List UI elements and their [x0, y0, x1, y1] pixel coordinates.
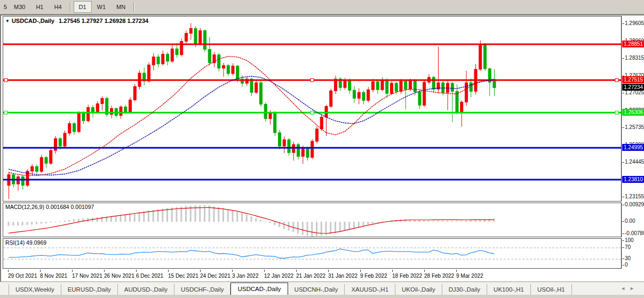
macd-label: MACD(12,26,9) [5, 204, 44, 210]
rsi-pane[interactable]: RSI(14) 49.0969 10070300 [3, 238, 644, 269]
macd-values: 0.001684 0.001097 [46, 204, 94, 210]
rsi-tick-label: 70 [625, 244, 631, 250]
line-handle-icon[interactable] [615, 111, 618, 114]
rsi-axis: 10070300 [621, 238, 644, 269]
chart-tab-usdcnh-daily[interactable]: USDCNH-,Daily [288, 284, 345, 295]
date-tick-mark [264, 270, 265, 272]
macd-tick-label: 0.00 [625, 218, 635, 224]
line-price-label: 1.23810 [622, 176, 644, 183]
date-tick-mark [136, 270, 137, 272]
date-label: 18 Feb 2022 [392, 273, 422, 279]
date-tick-mark [104, 270, 105, 272]
price-axis[interactable]: 1.296051.289601.283151.276701.270251.263… [621, 16, 644, 202]
horizontal-lines-layer [3, 44, 621, 180]
window-bottom-strip [0, 295, 644, 298]
date-label: 21 Jan 2022 [296, 273, 325, 279]
date-tick-mark [40, 270, 41, 272]
date-tick-mark [328, 270, 329, 272]
rsi-line [9, 249, 494, 259]
price-chart-canvas[interactable] [3, 17, 621, 201]
line-handle-icon[interactable] [4, 78, 7, 82]
rsi-label: RSI(14) [5, 239, 25, 246]
chart-window: ▼USDCAD-,Daily1.27545 1.27927 1.26928 1.… [0, 14, 644, 281]
price-tick-label: 1.25735 [625, 124, 644, 130]
macd-pane[interactable]: MACD(12,26,9) 0.001684 0.001097 0.009293… [3, 203, 644, 237]
line-handle-icon[interactable] [311, 111, 314, 114]
date-tick-mark [360, 270, 361, 272]
line-handle-icon[interactable] [615, 78, 618, 82]
chart-tab-audusd-daily[interactable]: AUDUSD-,Daily [118, 284, 174, 295]
line-handle-icon[interactable] [4, 111, 7, 114]
macd-axis: 0.0092930.00-0.00780 [621, 203, 644, 237]
line-price-label: 1.24995 [622, 144, 644, 151]
date-label: 9 Feb 2022 [360, 273, 387, 279]
date-tick-mark [168, 270, 169, 272]
date-label: 12 Jan 2022 [264, 273, 293, 279]
price-tick-label: 1.24445 [625, 159, 644, 165]
chart-header: ▼USDCAD-,Daily1.27545 1.27927 1.26928 1.… [5, 18, 148, 24]
timeframe-button-5[interactable]: 5 [0, 1, 9, 13]
price-tick-label: 1.28315 [625, 55, 644, 61]
timeframe-button-m30[interactable]: M30 [9, 1, 30, 13]
scroll-right-icon[interactable]: ► [630, 286, 639, 291]
date-label: 15 Dec 2021 [168, 273, 198, 279]
scroll-left-icon[interactable]: ◄ [621, 286, 630, 291]
macd-tick-label: 0.009293 [625, 202, 644, 207]
date-label: 24 Dec 2021 [200, 273, 230, 279]
date-label: 17 Nov 2021 [72, 273, 102, 279]
line-handle-icon[interactable] [311, 78, 314, 82]
toolbar-separator [70, 2, 71, 12]
timeframe-button-h4[interactable]: H4 [49, 1, 67, 13]
macd-canvas[interactable] [3, 203, 621, 237]
date-tick-mark [424, 270, 425, 272]
timeframe-button-d1[interactable]: D1 [74, 1, 92, 13]
timeframe-button-mn[interactable]: MN [111, 1, 131, 13]
rsi-tick-label: 0 [625, 262, 628, 268]
tab-scroll-arrows: ◄► [621, 286, 639, 291]
current-price-label: 1.27234 [622, 84, 644, 91]
date-tick-mark [232, 270, 233, 272]
date-label: 8 Nov 2021 [40, 273, 67, 279]
date-label: 31 Jan 2022 [328, 273, 357, 279]
date-label: 6 Dec 2021 [136, 273, 163, 279]
chart-tab-usdx-weekly[interactable]: USDX,Weekly [9, 284, 61, 295]
chart-tab-xauusd-h1[interactable]: XAUUSD-,H1 [345, 284, 395, 295]
date-tick-mark [456, 270, 457, 272]
toolbar-separator [133, 2, 134, 12]
chart-tab-ukoil-daily[interactable]: UKOil-,Daily [395, 284, 442, 295]
line-price-label: 1.27515 [622, 76, 644, 83]
chart-tab-usdchf-daily[interactable]: USDCHF-,Daily [174, 284, 231, 295]
timeframe-button-w1[interactable]: W1 [92, 1, 112, 13]
chart-ohlc-values: 1.27545 1.27927 1.26928 1.27234 [59, 18, 148, 24]
date-tick-mark [296, 270, 297, 272]
macd-tick-label: -0.00780 [625, 230, 644, 236]
ma-fast-line [9, 57, 494, 176]
chart-tab-usdcad-daily[interactable]: USDCAD-,Daily [230, 283, 288, 295]
price-tick-label: 1.29605 [625, 20, 644, 26]
date-label: 9 Mar 2022 [456, 273, 483, 279]
price-pane[interactable]: ▼USDCAD-,Daily1.27545 1.27927 1.26928 1.… [3, 16, 644, 202]
time-axis[interactable]: 29 Oct 20218 Nov 202117 Nov 202126 Nov 2… [3, 270, 644, 281]
timeframe-toolbar: 5M30H1H4D1W1MN [0, 0, 644, 14]
rsi-tick-label: 30 [625, 255, 631, 261]
macd-header: MACD(12,26,9) 0.001684 0.001097 [5, 204, 94, 210]
terminal-window: 5M30H1H4D1W1MN ▼USDCAD-,Daily1.27545 1.2… [0, 0, 644, 298]
timeframe-button-h1[interactable]: H1 [30, 1, 49, 13]
rsi-canvas[interactable] [3, 239, 621, 268]
date-tick-mark [392, 270, 393, 272]
chart-tab-eurusd-daily[interactable]: EURUSD-,Daily [61, 284, 118, 295]
candles-layer [7, 23, 496, 199]
line-price-label: 1.26306 [622, 109, 644, 116]
chart-symbol-label: USDCAD-,Daily [12, 18, 54, 24]
chart-tab-bar: USDX,WeeklyEURUSD-,DailyAUDUSD-,DailyUSD… [0, 281, 644, 295]
date-tick-mark [72, 270, 73, 272]
rsi-header: RSI(14) 49.0969 [5, 239, 46, 246]
date-label: 3 Jan 2022 [232, 273, 259, 279]
date-tick-mark [200, 270, 201, 272]
price-tick-label: 1.23155 [625, 194, 644, 199]
chart-tab-uk100-h1[interactable]: UK100-,H1 [487, 284, 531, 295]
date-tick-mark [8, 270, 9, 272]
chart-tab-dj30-daily[interactable]: DJ30-,Daily [442, 284, 487, 295]
symbol-dropdown-icon[interactable]: ▼ [5, 19, 10, 23]
chart-tab-usoil-h1[interactable]: USOil-,H1 [531, 284, 572, 295]
